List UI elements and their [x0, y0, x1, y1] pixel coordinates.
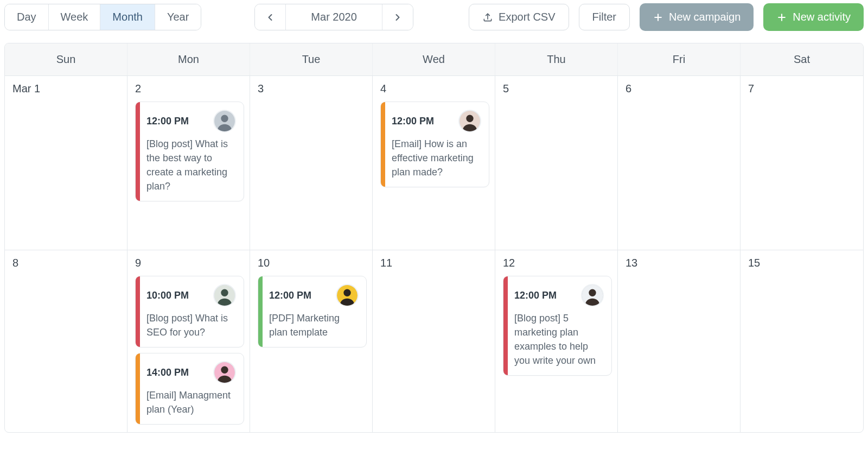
- calendar-day-cell[interactable]: Mar 1: [5, 76, 127, 250]
- next-period-button[interactable]: [382, 4, 413, 30]
- day-number: 8: [12, 257, 122, 269]
- event-title: [Email] Managment plan (Year): [146, 388, 236, 416]
- event-card-header: 12:00 PM: [269, 284, 359, 307]
- calendar-day-cell[interactable]: 910:00 PM[Blog post] What is SEO for you…: [127, 250, 250, 432]
- toolbar: Day Week Month Year Mar 2020 Export CSV …: [4, 3, 864, 31]
- event-title: [Blog post] 5 marketing plan examples to…: [514, 311, 604, 368]
- export-icon: [482, 12, 493, 23]
- export-csv-button[interactable]: Export CSV: [469, 4, 569, 30]
- svg-point-6: [221, 115, 228, 122]
- calendar-day-cell[interactable]: 15: [741, 250, 863, 432]
- event-time: 14:00 PM: [146, 367, 189, 378]
- calendar-day-cell[interactable]: 412:00 PM[Email] How is an effective mar…: [373, 76, 495, 250]
- svg-point-8: [466, 115, 473, 122]
- day-number: 4: [380, 83, 489, 95]
- calendar-day-cell[interactable]: 212:00 PM[Blog post] What is the best wa…: [127, 76, 250, 250]
- day-header: Thu: [495, 43, 618, 75]
- event-time: 12:00 PM: [269, 290, 311, 301]
- day-number: 13: [626, 257, 735, 269]
- day-number: 6: [626, 83, 735, 95]
- event-time: 12:00 PM: [514, 290, 557, 301]
- view-week-button[interactable]: Week: [49, 4, 101, 30]
- filter-button[interactable]: Filter: [579, 4, 630, 30]
- chevron-right-icon: [392, 12, 403, 23]
- day-header: Sat: [741, 43, 863, 75]
- svg-point-14: [343, 289, 350, 296]
- event-card-header: 12:00 PM: [514, 284, 604, 307]
- event-card[interactable]: 12:00 PM[Blog post] What is the best way…: [135, 102, 244, 201]
- calendar-day-cell[interactable]: 1012:00 PM[PDF] Marketing plan template: [250, 250, 373, 432]
- day-number: Mar 1: [12, 83, 122, 95]
- day-number: 7: [748, 83, 858, 95]
- view-month-button[interactable]: Month: [100, 4, 155, 30]
- day-header: Mon: [127, 43, 250, 75]
- day-number: 10: [258, 257, 367, 269]
- day-number: 11: [380, 257, 489, 269]
- calendar-day-cell[interactable]: 11: [373, 250, 495, 432]
- day-number: 9: [135, 257, 244, 269]
- event-card[interactable]: 12:00 PM[Email] How is an effective mark…: [380, 102, 489, 187]
- event-title: [PDF] Marketing plan template: [269, 311, 359, 339]
- calendar-week-row: 8910:00 PM[Blog post] What is SEO for yo…: [5, 250, 863, 432]
- calendar-day-cell[interactable]: 5: [495, 76, 618, 250]
- event-title: [Blog post] What is the best way to crea…: [146, 137, 236, 193]
- period-nav: Mar 2020: [254, 4, 413, 30]
- avatar: [213, 361, 236, 384]
- view-day-button[interactable]: Day: [5, 4, 49, 30]
- event-card-header: 10:00 PM: [146, 284, 236, 307]
- day-header: Fri: [618, 43, 741, 75]
- day-number: 12: [503, 257, 612, 269]
- event-card[interactable]: 10:00 PM[Blog post] What is SEO for you?: [135, 276, 244, 347]
- new-campaign-button[interactable]: New campaign: [640, 3, 754, 31]
- avatar: [458, 110, 481, 132]
- new-campaign-label: New campaign: [669, 11, 741, 23]
- event-time: 12:00 PM: [392, 116, 434, 127]
- period-label-button[interactable]: Mar 2020: [286, 4, 382, 30]
- calendar: SunMonTueWedThuFriSat Mar 1212:00 PM[Blo…: [4, 43, 864, 433]
- svg-point-10: [221, 289, 228, 296]
- day-number: 15: [748, 257, 858, 269]
- day-number: 2: [135, 83, 244, 95]
- prev-period-button[interactable]: [255, 4, 286, 30]
- day-header: Sun: [5, 43, 127, 75]
- chevron-left-icon: [265, 12, 276, 23]
- event-card[interactable]: 14:00 PM[Email] Managment plan (Year): [135, 353, 244, 425]
- calendar-header-row: SunMonTueWedThuFriSat: [5, 43, 863, 75]
- filter-label: Filter: [592, 11, 616, 23]
- event-card-header: 14:00 PM: [146, 361, 236, 384]
- calendar-day-cell[interactable]: 3: [250, 76, 373, 250]
- new-activity-label: New activity: [793, 11, 851, 23]
- plus-icon: [776, 12, 787, 23]
- day-number: 5: [503, 83, 612, 95]
- calendar-day-cell[interactable]: 7: [741, 76, 863, 250]
- avatar: [213, 110, 236, 132]
- calendar-day-cell[interactable]: 6: [618, 76, 741, 250]
- event-card-header: 12:00 PM: [392, 110, 481, 132]
- day-header: Wed: [373, 43, 495, 75]
- view-year-button[interactable]: Year: [155, 4, 201, 30]
- event-card[interactable]: 12:00 PM[PDF] Marketing plan template: [258, 276, 367, 347]
- plus-icon: [653, 12, 663, 23]
- svg-point-12: [221, 366, 228, 374]
- avatar: [213, 284, 236, 307]
- new-activity-button[interactable]: New activity: [763, 3, 864, 31]
- event-time: 12:00 PM: [146, 116, 189, 127]
- calendar-day-cell[interactable]: 1212:00 PM[Blog post] 5 marketing plan e…: [495, 250, 618, 432]
- event-card[interactable]: 12:00 PM[Blog post] 5 marketing plan exa…: [503, 276, 612, 376]
- calendar-day-cell[interactable]: 8: [5, 250, 127, 432]
- event-card-header: 12:00 PM: [146, 110, 236, 132]
- avatar: [581, 284, 604, 307]
- calendar-week-row: Mar 1212:00 PM[Blog post] What is the be…: [5, 75, 863, 250]
- svg-point-16: [589, 289, 596, 296]
- day-number: 3: [258, 83, 367, 95]
- calendar-day-cell[interactable]: 13: [618, 250, 741, 432]
- event-title: [Blog post] What is SEO for you?: [146, 311, 236, 339]
- avatar: [336, 284, 359, 307]
- export-csv-label: Export CSV: [499, 11, 555, 23]
- event-time: 10:00 PM: [146, 290, 189, 301]
- view-switcher: Day Week Month Year: [4, 4, 201, 30]
- event-title: [Email] How is an effective marketing pl…: [392, 137, 481, 179]
- day-header: Tue: [250, 43, 373, 75]
